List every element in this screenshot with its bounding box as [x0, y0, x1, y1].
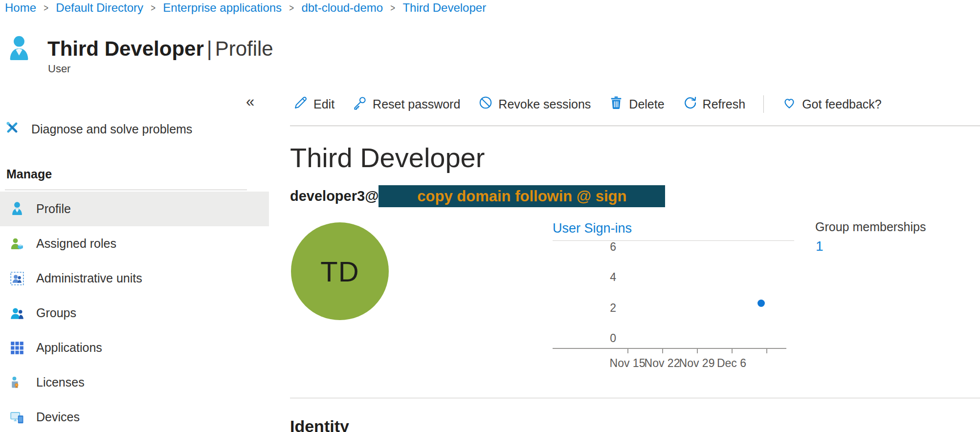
edit-button-label: Edit: [313, 97, 334, 111]
y-tick-label: 2: [592, 302, 616, 315]
sidebar-item-diagnose[interactable]: Diagnose and solve problems: [5, 120, 192, 138]
command-bar-rule: [290, 126, 980, 126]
avatar-initials: TD: [320, 255, 359, 288]
chevron-right-icon: >: [151, 2, 156, 14]
command-bar: Edit Reset password Revoke sessions: [293, 92, 882, 116]
section-divider: [290, 398, 980, 398]
sidebar-collapse-button[interactable]: «: [246, 93, 254, 110]
avatar: TD: [291, 222, 389, 320]
breadcrumb-third-developer[interactable]: Third Developer: [402, 1, 486, 15]
admin-units-icon: [10, 272, 24, 285]
sidebar-section-header: Manage: [6, 167, 52, 181]
toolbar-divider: [763, 95, 764, 113]
breadcrumb-dbt-cloud-demo[interactable]: dbt-cloud-demo: [301, 1, 383, 15]
devices-icon: [10, 410, 24, 424]
group-memberships-label: Group memberships: [815, 220, 926, 234]
sidebar-item-label: Licenses: [36, 375, 85, 389]
breadcrumb-home[interactable]: Home: [5, 1, 36, 15]
tools-icon: [5, 120, 20, 138]
y-tick-label: 4: [592, 271, 616, 284]
chevron-right-icon: >: [390, 2, 395, 14]
reset-password-button[interactable]: Reset password: [353, 95, 460, 113]
person-role-icon: [10, 237, 24, 251]
sidebar-item-devices[interactable]: Devices: [0, 400, 269, 432]
sidebar-item-label: Applications: [36, 341, 102, 355]
chart-plot-area: 6 4 2 0 Nov 15 Nov 22 Nov 29 Dec 6: [553, 241, 794, 377]
sidebar-rule: [5, 190, 247, 190]
revoke-sessions-button[interactable]: Revoke sessions: [478, 95, 591, 113]
sidebar-nav: Profile Assigned roles Administrative un…: [0, 192, 269, 432]
key-icon: [353, 95, 367, 113]
chart-title-rule: [553, 240, 794, 241]
sidebar-item-assigned-roles[interactable]: Assigned roles: [0, 226, 269, 261]
sidebar-item-label: Assigned roles: [36, 237, 116, 251]
x-axis-tick: [662, 349, 663, 353]
refresh-icon: [683, 95, 697, 113]
chevron-right-icon: >: [44, 2, 48, 14]
sidebar-item-label: Administrative units: [36, 271, 142, 285]
refresh-button-label: Refresh: [703, 97, 746, 111]
x-axis-tick: [766, 349, 767, 353]
y-tick-label: 0: [592, 332, 616, 345]
x-axis-tick: [732, 349, 733, 353]
user-display-name: Third Developer: [290, 142, 485, 173]
block-icon: [478, 95, 493, 113]
refresh-button[interactable]: Refresh: [683, 95, 746, 113]
breadcrumb-default-directory[interactable]: Default Directory: [56, 1, 143, 15]
chevron-right-icon: >: [289, 2, 294, 14]
sidebar-item-label: Devices: [36, 410, 80, 424]
heart-icon: [782, 95, 797, 113]
delete-button[interactable]: Delete: [609, 95, 664, 113]
x-axis-tick: [697, 349, 698, 353]
breadcrumb: Home > Default Directory > Enterprise ap…: [5, 1, 486, 15]
x-axis-line: [553, 348, 786, 349]
page-title-separator: |: [204, 37, 215, 60]
reset-password-button-label: Reset password: [373, 97, 460, 111]
redaction-overlay: copy domain followin @ sign: [379, 185, 665, 207]
group-memberships-count-link[interactable]: 1: [816, 238, 824, 254]
x-tick-label: Dec 6: [707, 357, 756, 370]
trash-icon: [609, 95, 624, 113]
object-type-label: User: [48, 63, 70, 75]
sidebar-item-label: Groups: [36, 306, 76, 320]
sidebar-item-profile[interactable]: Profile: [0, 192, 269, 226]
edit-button[interactable]: Edit: [293, 95, 334, 113]
sidebar-item-licenses[interactable]: Licenses: [0, 365, 269, 400]
sidebar-item-applications[interactable]: Applications: [0, 330, 269, 365]
delete-button-label: Delete: [629, 97, 664, 111]
breadcrumb-enterprise-applications[interactable]: Enterprise applications: [163, 1, 282, 15]
identity-section-heading: Identity: [290, 417, 349, 432]
x-axis-tick: [627, 349, 628, 353]
sidebar-item-groups[interactable]: Groups: [0, 296, 269, 330]
grid-icon: [10, 341, 24, 355]
sidebar-item-label: Diagnose and solve problems: [31, 122, 192, 136]
person-icon: [10, 201, 24, 216]
page-title-section: Profile: [215, 37, 273, 60]
sidebar-item-label: Profile: [36, 202, 71, 216]
user-avatar-icon: [8, 34, 30, 65]
people-icon: [10, 306, 24, 320]
upn-prefix: developer3@: [290, 188, 379, 204]
got-feedback-button-label: Got feedback?: [802, 97, 882, 111]
user-principal-name: developer3@ copy domain followin @ sign: [290, 185, 665, 207]
redaction-note: copy domain followin @ sign: [417, 188, 626, 205]
pencil-icon: [293, 95, 308, 113]
user-signins-link[interactable]: User Sign-ins: [553, 221, 632, 236]
revoke-sessions-button-label: Revoke sessions: [498, 97, 591, 111]
page-title-name: Third Developer: [47, 37, 204, 60]
signin-data-point: [757, 300, 765, 307]
page-title: Third Developer|Profile: [47, 37, 273, 61]
sidebar-item-administrative-units[interactable]: Administrative units: [0, 261, 269, 296]
user-signins-chart: User Sign-ins 6 4 2 0 Nov 15 Nov 22 Nov …: [553, 221, 794, 377]
y-tick-label: 6: [592, 240, 616, 254]
license-icon: [10, 376, 24, 389]
got-feedback-button[interactable]: Got feedback?: [782, 95, 882, 113]
